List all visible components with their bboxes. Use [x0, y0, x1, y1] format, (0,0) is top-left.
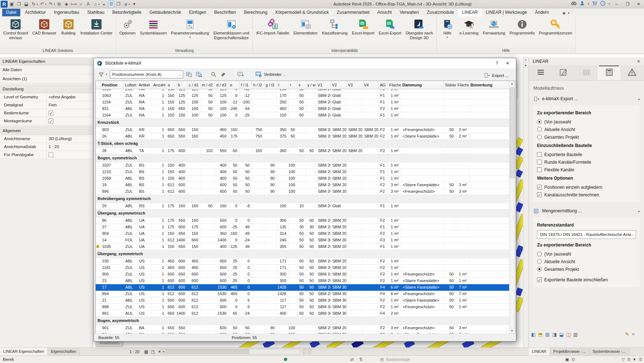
- tab-linear-werkzeuge[interactable]: LINEAR | Werkzeuge: [482, 9, 531, 16]
- navigation-menu-icon[interactable]: ≡: [523, 58, 528, 63]
- table-row[interactable]: 903ZULKR165055015045015075035050SBM 20SB…: [96, 126, 509, 133]
- help-caret[interactable]: ▾: [608, 3, 610, 5]
- checkbox-control[interactable]: ✓: [537, 185, 542, 189]
- ribbon-button-hilfe[interactable]: Hilfe▾: [438, 18, 457, 40]
- table-row[interactable]: 19ABLBS1612600600505090100SBM 20SBM 20F2…: [96, 182, 509, 188]
- column-header-x[interactable]: x: [297, 81, 306, 89]
- ribbon-button-optionen[interactable]: Optionen: [117, 18, 137, 36]
- ribbon-button-ifc-import-tabelle[interactable]: IFC-Import-Tabelle: [254, 18, 291, 36]
- table-vertical-scrollbar[interactable]: ▲ ▼: [509, 81, 515, 334]
- ribbon-button-programmlizenzen[interactable]: Programmlizenzen: [537, 18, 574, 36]
- checkbox[interactable]: [49, 152, 53, 157]
- table-row[interactable]: 898ZULUS1600600612600061175050SBM 30SBM …: [96, 303, 509, 310]
- tab-einfügen[interactable]: Einfügen: [185, 9, 210, 16]
- warnings-tab[interactable]: [620, 65, 643, 80]
- checkbox[interactable]: ✓: [49, 111, 53, 115]
- filter-icon[interactable]: [98, 71, 105, 78]
- radio-control[interactable]: [537, 135, 542, 139]
- app-store-cart-icon[interactable]: [592, 1, 597, 7]
- left-panel-item-ansichten-1[interactable]: Ansichten (1): [0, 74, 92, 83]
- account-caret[interactable]: ▾: [588, 3, 589, 5]
- ribbon-button-elementklassen-und-eigenschaftensätze[interactable]: Elementklassen undEigenschaftensätze: [211, 18, 251, 41]
- sort-mode-select[interactable]: Positionsnummer (Kreis A) ⌄: [110, 70, 183, 78]
- group-header-row[interactable]: Übergang, asymmetrisch: [96, 209, 509, 217]
- table-row[interactable]: 28ABLTA1175600102550-501603605050SBM 20S…: [96, 147, 509, 154]
- column-header-ag[interactable]: AG: [378, 81, 388, 89]
- text-icon[interactable]: A: [85, 1, 91, 8]
- customize-qat-icon[interactable]: ▾: [131, 1, 137, 8]
- panel-tab-systembrowser[interactable]: Systembrowser -...: [589, 348, 629, 356]
- panel-tab-linear[interactable]: LINEAR: [529, 348, 550, 356]
- dialog-title-bar[interactable]: Stückliste e-klimaX ? ✕: [94, 58, 516, 68]
- table-row[interactable]: 1310ZULRA1150125125501250-6225050SBM 20G…: [96, 89, 509, 92]
- table-row[interactable]: 29ABLRS1175160160501600-810010SBM 20Glat…: [96, 203, 509, 209]
- column-header-l[interactable]: l: [277, 81, 288, 89]
- radio-control[interactable]: [537, 127, 542, 132]
- table-row[interactable]: 1035ZULUA1150650150400-125493055050SBM 2…: [96, 243, 509, 250]
- tab-zusatzmodule[interactable]: Zusatzmodule: [423, 9, 458, 16]
- table-row[interactable]: 1154ZULRA115012510050100-12-10025050SBM …: [96, 99, 509, 105]
- table-row[interactable]: 904ZULUA1150650150350-150493145050SBM 20…: [96, 230, 509, 237]
- redo-icon[interactable]: ↷: [48, 1, 54, 8]
- table-row[interactable]: 1063ZULRA1150125125501250-1217050SBM 20G…: [96, 92, 509, 99]
- filter-caret-icon[interactable]: ▾: [106, 73, 107, 76]
- column-header-e[interactable]: e: [228, 81, 239, 89]
- column-header-luftart[interactable]: Luftart: [123, 81, 137, 89]
- tab-berechnung[interactable]: Berechnung: [240, 9, 272, 16]
- detail-level-icon[interactable]: ▦: [144, 349, 148, 354]
- table-row[interactable]: 27ABLUA1175650175600-25491353030SBM 20SB…: [96, 224, 509, 230]
- ribbon-button-übergabe-nach-design-3d[interactable]: Übergabe nachDesign 3D: [404, 18, 435, 41]
- autodesk-account-icon[interactable]: [579, 1, 585, 7]
- duct-tool-icon-7[interactable]: ▥: [573, 332, 578, 337]
- tab-linear[interactable]: LINEAR: [458, 9, 482, 16]
- column-header-v3[interactable]: V3: [346, 81, 362, 89]
- renumber-add-icon[interactable]: [186, 71, 193, 78]
- calculation-tab[interactable]: [598, 65, 620, 80]
- group-header-row[interactable]: T-Stück, oben schräg: [96, 139, 509, 147]
- dropdown-caret-icon[interactable]: ▾: [189, 36, 191, 39]
- scrollbar-thumb[interactable]: [510, 87, 515, 178]
- table-row[interactable]: 1037ZULBS1150400400505090100SBM 20SBM 20…: [96, 162, 509, 168]
- property-value[interactable]: <ohne Angabe: [46, 93, 92, 101]
- table-row[interactable]: 1058ABLBS1150400400505090100SBM 20SBM 20…: [96, 175, 509, 182]
- table-row[interactable]: 1164ZULRA1150100100501000-2515050SBM 20G…: [96, 112, 509, 118]
- checkbox-positionen-einzeln-aufgliedern[interactable]: ✓Positionen einzeln aufgliedern: [537, 183, 636, 191]
- table-row[interactable]: 26ABLKR165055016045017575037550SBM 20SBM…: [96, 133, 509, 139]
- checkbox-control[interactable]: [537, 152, 542, 157]
- table-row[interactable]: 86ABLUA1175550150550003005050SBM 20SBM 2…: [96, 217, 509, 224]
- column-header-dämmung[interactable]: Dämmung: [401, 81, 443, 89]
- restore-button[interactable]: ❐: [624, 2, 632, 7]
- radio-control[interactable]: [537, 252, 542, 256]
- column-header-v1[interactable]: V1: [316, 81, 330, 89]
- worksets-icon[interactable]: ⬢: [284, 356, 287, 363]
- eyedropper-icon[interactable]: [220, 71, 227, 78]
- renumber-search-icon[interactable]: [195, 71, 203, 78]
- column-header-r[interactable]: r: [288, 81, 297, 89]
- radio-control[interactable]: [537, 119, 542, 124]
- search-icon[interactable]: [210, 71, 217, 78]
- scroll-up-icon[interactable]: ▲: [509, 81, 515, 86]
- column-header-anzahl[interactable]: Anzahl: [152, 81, 166, 89]
- ribbon-button-programminfo[interactable]: Programminfo: [508, 18, 536, 36]
- selection-box-icon[interactable]: ▣: [565, 357, 569, 362]
- column-header-fläche[interactable]: Fläche: [388, 81, 401, 89]
- radio-vor-auswahl[interactable]: (Vor-)auswahl: [537, 250, 636, 258]
- dropdown-caret-icon[interactable]: ▾: [447, 36, 448, 39]
- measure-icon[interactable]: ⟷: [71, 1, 77, 8]
- default-3d-view-icon-caret[interactable]: ▾: [99, 3, 100, 6]
- ribbon-button-systemklassen[interactable]: Systemklassen: [138, 18, 169, 36]
- duct-tool-icon-2[interactable]: ⬒: [538, 332, 542, 337]
- default-3d-view-icon[interactable]: ⌂: [92, 1, 99, 8]
- tab-körpermodell-grundstück[interactable]: Körpermodell & Grundstück: [271, 9, 333, 16]
- swap-arrows-icon[interactable]: ⇄: [350, 356, 354, 363]
- print-icon[interactable]: ⧉: [56, 1, 62, 8]
- ribbon-button-building[interactable]: Building: [59, 18, 78, 36]
- design-options-control[interactable]: ▤ Basisvorlage: [380, 356, 410, 363]
- dialog-close-button[interactable]: ✕: [502, 61, 513, 66]
- comment-add-icon[interactable]: [237, 71, 244, 78]
- duct-tool-icon-6[interactable]: ◫: [566, 332, 570, 337]
- property-value[interactable]: [46, 151, 92, 159]
- column-header-b[interactable]: b: [176, 81, 187, 89]
- undo-icon[interactable]: ↶: [39, 1, 45, 8]
- mengenermittlung-button[interactable]: Mengenermittlung ... ▴: [533, 207, 640, 215]
